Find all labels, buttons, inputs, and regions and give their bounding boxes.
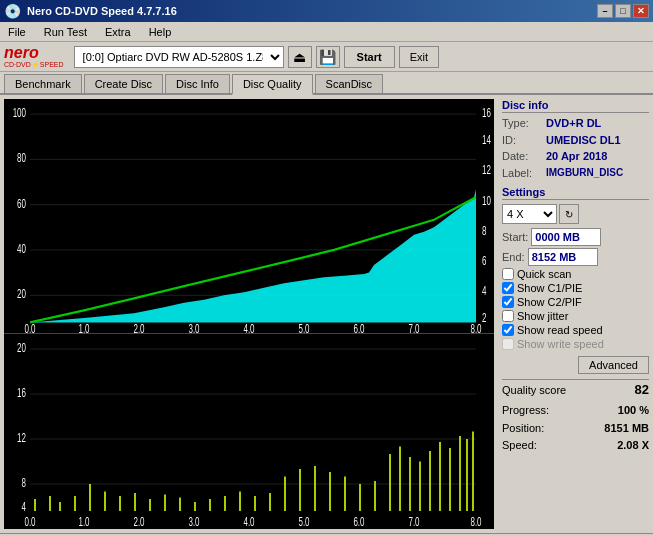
- svg-rect-60: [374, 481, 376, 511]
- svg-text:7.0: 7.0: [408, 515, 419, 528]
- svg-text:8.0: 8.0: [470, 515, 481, 528]
- drive-select[interactable]: [0:0] Optiarc DVD RW AD-5280S 1.Z8: [74, 46, 284, 68]
- svg-text:0.0: 0.0: [24, 515, 35, 528]
- svg-rect-53: [269, 493, 271, 511]
- svg-text:7.0: 7.0: [408, 322, 419, 333]
- maximize-button[interactable]: □: [615, 4, 631, 18]
- svg-text:4.0: 4.0: [243, 322, 254, 333]
- start-mb-row: Start:: [502, 228, 649, 246]
- show-write-speed-row: Show write speed: [502, 338, 649, 350]
- svg-text:12: 12: [17, 431, 26, 444]
- settings-section: Settings 4 X ↻ Start: End: Quick scan: [502, 186, 649, 374]
- tab-bar: Benchmark Create Disc Disc Info Disc Qua…: [0, 72, 653, 95]
- show-c1pie-label: Show C1/PIE: [517, 282, 582, 294]
- advanced-button[interactable]: Advanced: [578, 356, 649, 374]
- quick-scan-checkbox[interactable]: [502, 268, 514, 280]
- progress-value: 100 %: [618, 402, 649, 420]
- svg-text:6.0: 6.0: [353, 322, 364, 333]
- svg-text:20: 20: [17, 288, 26, 301]
- show-write-speed-checkbox[interactable]: [502, 338, 514, 350]
- speed-label: Speed:: [502, 437, 537, 455]
- svg-text:1.0: 1.0: [78, 515, 89, 528]
- svg-text:80: 80: [17, 152, 26, 165]
- chart-top: 100 80 60 40 20 16 14 12 10 8 6 4 2: [4, 99, 494, 334]
- svg-text:8: 8: [482, 224, 487, 237]
- position-row: Position: 8151 MB: [502, 420, 649, 438]
- svg-rect-47: [179, 498, 181, 512]
- show-jitter-label: Show jitter: [517, 310, 568, 322]
- svg-text:40: 40: [17, 242, 26, 255]
- type-label: Type:: [502, 115, 542, 132]
- eject-icon[interactable]: ⏏: [288, 46, 312, 68]
- menu-help[interactable]: Help: [145, 24, 176, 40]
- svg-rect-68: [459, 436, 461, 511]
- tab-benchmark[interactable]: Benchmark: [4, 74, 82, 93]
- speed-value: 2.08 X: [617, 437, 649, 455]
- date-label: Date:: [502, 148, 542, 165]
- svg-rect-38: [49, 496, 51, 511]
- minimize-button[interactable]: –: [597, 4, 613, 18]
- progress-label: Progress:: [502, 402, 549, 420]
- show-read-speed-checkbox[interactable]: [502, 324, 514, 336]
- menu-file[interactable]: File: [4, 24, 30, 40]
- svg-rect-57: [329, 472, 331, 511]
- position-label: Position:: [502, 420, 544, 438]
- svg-rect-45: [149, 499, 151, 511]
- show-c2pif-checkbox[interactable]: [502, 296, 514, 308]
- svg-text:20: 20: [17, 341, 26, 354]
- svg-rect-63: [409, 457, 411, 511]
- show-jitter-checkbox[interactable]: [502, 310, 514, 322]
- refresh-button[interactable]: ↻: [559, 204, 579, 224]
- show-c1pie-row: Show C1/PIE: [502, 282, 649, 294]
- svg-text:16: 16: [17, 386, 26, 399]
- svg-rect-37: [34, 499, 36, 511]
- tab-disc-quality[interactable]: Disc Quality: [232, 74, 313, 95]
- id-label: ID:: [502, 132, 542, 149]
- svg-rect-48: [194, 502, 196, 511]
- save-icon[interactable]: 💾: [316, 46, 340, 68]
- svg-text:100: 100: [13, 107, 27, 120]
- exit-button[interactable]: Exit: [399, 46, 439, 68]
- svg-text:10: 10: [482, 194, 491, 207]
- disc-type-row: Type: DVD+R DL: [502, 115, 649, 132]
- menu-run-test[interactable]: Run Test: [40, 24, 91, 40]
- tab-scandisc[interactable]: ScanDisc: [315, 74, 383, 93]
- disc-label-row: Label: IMGBURN_DISC: [502, 165, 649, 182]
- svg-text:2.0: 2.0: [133, 515, 144, 528]
- nero-logo-text: nero: [4, 45, 64, 61]
- svg-text:6: 6: [482, 254, 487, 267]
- svg-text:4: 4: [22, 500, 27, 513]
- show-c2pif-label: Show C2/PIF: [517, 296, 582, 308]
- svg-rect-49: [209, 499, 211, 511]
- svg-text:8.0: 8.0: [470, 322, 481, 333]
- svg-text:12: 12: [482, 164, 491, 177]
- start-button[interactable]: Start: [344, 46, 395, 68]
- start-mb-field[interactable]: [531, 228, 601, 246]
- chart-area: 100 80 60 40 20 16 14 12 10 8 6 4 2: [4, 99, 494, 529]
- svg-rect-67: [449, 448, 451, 511]
- close-button[interactable]: ✕: [633, 4, 649, 18]
- end-label: End:: [502, 251, 525, 263]
- menu-extra[interactable]: Extra: [101, 24, 135, 40]
- show-c1pie-checkbox[interactable]: [502, 282, 514, 294]
- svg-rect-41: [89, 484, 91, 511]
- svg-text:8: 8: [22, 476, 27, 489]
- disc-id-row: ID: UMEDISC DL1: [502, 132, 649, 149]
- svg-text:1.0: 1.0: [78, 322, 89, 333]
- svg-rect-70: [472, 432, 474, 512]
- main-content: 100 80 60 40 20 16 14 12 10 8 6 4 2: [0, 95, 653, 533]
- svg-text:2.0: 2.0: [133, 322, 144, 333]
- title-bar: 💿 Nero CD-DVD Speed 4.7.7.16 – □ ✕: [0, 0, 653, 22]
- nero-logo: nero CD·DVD⚡SPEED: [4, 45, 64, 68]
- svg-rect-52: [254, 496, 256, 511]
- speed-select[interactable]: 4 X: [502, 204, 557, 224]
- advanced-btn-container: Advanced: [502, 354, 649, 374]
- svg-text:14: 14: [482, 134, 491, 147]
- svg-rect-46: [164, 495, 166, 512]
- tab-disc-info[interactable]: Disc Info: [165, 74, 230, 93]
- tab-create-disc[interactable]: Create Disc: [84, 74, 163, 93]
- svg-text:3.0: 3.0: [188, 322, 199, 333]
- end-mb-field[interactable]: [528, 248, 598, 266]
- svg-rect-58: [344, 477, 346, 512]
- menu-bar: File Run Test Extra Help: [0, 22, 653, 42]
